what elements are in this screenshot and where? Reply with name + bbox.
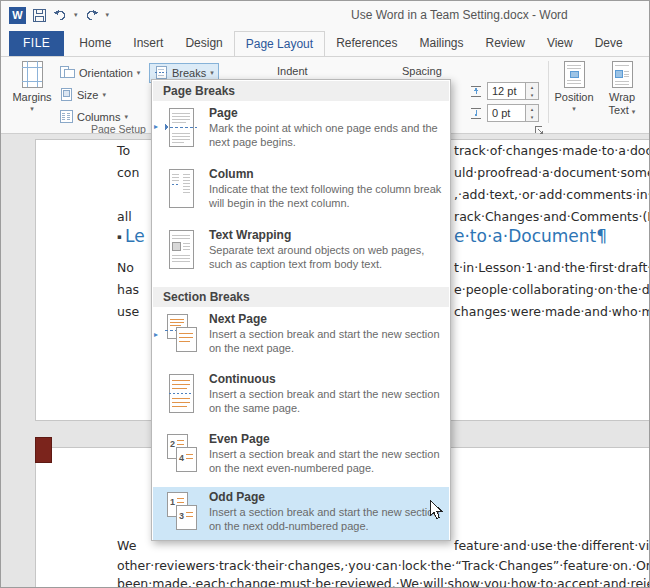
spin-up-icon[interactable]: ▴ (526, 83, 538, 91)
quick-access-toolbar: W ▾ ▾ (1, 7, 109, 24)
continuous-break-icon (163, 372, 199, 418)
tab-references[interactable]: References (325, 31, 408, 56)
quick-access-customize-icon[interactable]: ▾ (106, 11, 110, 19)
menu-item-odd-page[interactable]: 13 Odd Page Insert a section break and s… (153, 487, 449, 540)
spacing-label: Spacing (402, 65, 442, 77)
paragraph-dialog-launcher-icon[interactable] (534, 121, 544, 131)
undo-dropdown-icon[interactable]: ▾ (74, 11, 78, 19)
section-breaks-header: Section Breaks (153, 287, 449, 307)
menu-item-page[interactable]: Page Mark the point at which one page en… (153, 101, 449, 162)
spacing-after-spinner[interactable]: 0 pt ▴ ▾ (487, 104, 539, 122)
indent-label: Indent (277, 65, 308, 77)
svg-text:1: 1 (170, 497, 175, 507)
menu-item-title: Page (209, 106, 238, 120)
columns-label: Columns (77, 111, 120, 123)
document-line: other·reviewers·track·their·changes,·you… (36, 558, 650, 577)
document-line: been·made,·each·change·must·be·reviewed.… (36, 576, 650, 588)
caret-down-icon: ▾ (137, 69, 141, 77)
menu-item-text-wrapping[interactable]: Text Wrapping Separate text around objec… (153, 223, 449, 287)
caret-down-icon: ▾ (124, 113, 128, 121)
menu-item-even-page[interactable]: 24 Even Page Insert a section break and … (153, 427, 449, 487)
spin-down-icon[interactable]: ▾ (526, 113, 538, 121)
size-label: Size (77, 89, 98, 101)
wrap-text-button[interactable]: Wrap Text ▾ (599, 60, 645, 124)
margins-label: Margins (12, 92, 51, 103)
svg-text:4: 4 (179, 453, 184, 463)
spin-down-icon[interactable]: ▾ (526, 91, 538, 99)
menu-item-next-page[interactable]: Next Page Insert a section break and sta… (153, 307, 449, 367)
text-wrapping-break-icon (163, 228, 199, 274)
tab-developer[interactable]: Deve (584, 31, 634, 56)
svg-text:3: 3 (179, 511, 184, 521)
menu-item-continuous[interactable]: Continuous Insert a section break and st… (153, 367, 449, 427)
page-break-icon (163, 106, 199, 152)
margins-button[interactable]: Margins ▾ (9, 60, 55, 124)
breaks-label: Breaks (172, 67, 206, 79)
caret-down-icon: ▾ (210, 69, 214, 77)
wrap-text-icon (609, 60, 635, 90)
group-separator (548, 61, 549, 123)
tab-design[interactable]: Design (174, 31, 233, 56)
tab-view[interactable]: View (536, 31, 584, 56)
spin-up-icon[interactable]: ▴ (526, 105, 538, 113)
position-label: Position (554, 92, 593, 103)
spacing-after-value[interactable]: 0 pt (488, 105, 525, 121)
breaks-menu: Page Breaks ▸ Page Mark the point at whi… (151, 79, 451, 541)
redo-icon[interactable] (85, 9, 99, 21)
menu-item-description: Insert a section break and start the new… (209, 328, 449, 355)
menu-item-description: Insert a section break and start the new… (209, 506, 449, 533)
orientation-label: Orientation (79, 67, 133, 79)
caret-down-icon: ▾ (102, 91, 106, 99)
gallery-marker-icon: ▸ (154, 122, 158, 131)
size-icon (59, 87, 73, 103)
orientation-button[interactable]: Orientation ▾ (55, 63, 144, 83)
caret-down-icon: ▾ (632, 108, 636, 115)
menu-item-description: Mark the point at which one page ends an… (209, 122, 449, 149)
caret-down-icon: ▾ (30, 105, 34, 113)
next-page-break-icon (163, 312, 199, 358)
mouse-cursor (429, 499, 443, 520)
spacing-before-spinner[interactable]: 12 pt ▴ ▾ (487, 82, 539, 100)
menu-item-description: Separate text around objects on web page… (209, 244, 449, 271)
undo-icon[interactable] (53, 9, 67, 21)
even-page-break-icon: 24 (163, 432, 199, 478)
window-title: Use Word in a Team Setting.docx - Word (351, 1, 568, 29)
svg-text:2: 2 (170, 439, 175, 449)
embedded-image-fragment (35, 437, 52, 463)
wrap-text-label-line2: Text ▾ (609, 105, 636, 116)
caret-down-icon: ▾ (572, 105, 576, 113)
menu-item-title: Next Page (209, 312, 267, 326)
tab-mailings[interactable]: Mailings (409, 31, 475, 56)
odd-page-break-icon: 13 (163, 490, 199, 536)
word-window: W ▾ ▾ Use Word in a Team Setting.docx - … (0, 0, 650, 588)
title-bar: W ▾ ▾ Use Word in a Team Setting.docx - … (1, 1, 649, 29)
ribbon-tab-bar: FILE Home Insert Design Page Layout Refe… (1, 29, 649, 56)
tab-home[interactable]: Home (68, 31, 122, 56)
tab-page-layout[interactable]: Page Layout (234, 31, 325, 56)
orientation-icon (59, 65, 75, 81)
menu-item-title: Even Page (209, 432, 270, 446)
menu-item-description: Insert a section break and start the new… (209, 448, 449, 475)
size-button[interactable]: Size ▾ (55, 85, 110, 105)
column-break-icon (163, 167, 199, 213)
tab-insert[interactable]: Insert (122, 31, 174, 56)
menu-item-title: Text Wrapping (209, 228, 291, 242)
gallery-marker-icon: ▸ (154, 330, 158, 339)
tab-file[interactable]: FILE (9, 31, 64, 56)
spacing-before-value[interactable]: 12 pt (488, 83, 525, 99)
list-bullet-icon: ▪ (117, 233, 122, 241)
menu-item-title: Odd Page (209, 490, 265, 504)
save-icon[interactable] (33, 9, 46, 22)
menu-item-column[interactable]: Column Indicate that the text following … (153, 162, 449, 223)
spacing-before-icon (470, 84, 482, 102)
spacing-after-icon (470, 106, 482, 124)
word-logo-icon: W (9, 7, 26, 24)
wrap-text-label-line1: Wrap (609, 92, 635, 103)
menu-item-description: Insert a section break and start the new… (209, 388, 449, 415)
page-breaks-header: Page Breaks (153, 81, 449, 101)
position-button[interactable]: Position ▾ (553, 60, 595, 124)
tab-review[interactable]: Review (475, 31, 536, 56)
position-icon (561, 60, 587, 90)
menu-item-title: Continuous (209, 372, 276, 386)
margins-icon (19, 60, 45, 90)
